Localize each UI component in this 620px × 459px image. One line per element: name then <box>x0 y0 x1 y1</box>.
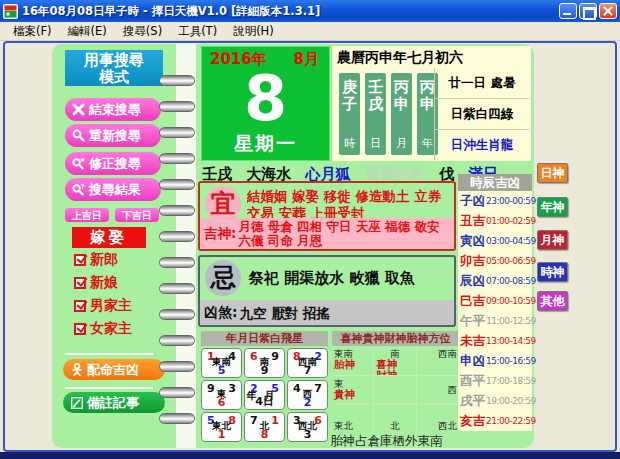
day-gods-button[interactable]: 日神 <box>537 163 568 183</box>
close-icon <box>72 103 85 116</box>
year-gods-button[interactable]: 年神 <box>537 197 568 217</box>
dir-cell-s: 南 喜神 財神 歲煞 <box>374 348 416 376</box>
hour-row-chou[interactable]: 丑吉 01:00-02:59 <box>458 211 532 231</box>
menu-bar: 檔案(F) 編輯(E) 搜尋(S) 工具(T) 說明(H) <box>0 22 620 41</box>
day-star: 3 <box>288 428 327 441</box>
pillar-day-ganzhi: 壬戌 <box>367 79 384 113</box>
pillar-month: 丙申 月 <box>391 73 412 155</box>
hour-row-yin[interactable]: 寅凶 03:00-04:59 <box>458 231 532 251</box>
checkbox-groom[interactable]: 新郎 <box>74 251 118 269</box>
checkbox-bride[interactable]: 新娘 <box>74 274 118 292</box>
spiral-ring <box>159 101 195 112</box>
hour-row-hai[interactable]: 亥吉 21:00-22:59 <box>458 411 532 431</box>
hour-row-you[interactable]: 酉平 17:00-18:59 <box>458 371 532 391</box>
hour-time: 13:00-14:59 <box>486 336 536 346</box>
spiral-ring <box>159 361 195 372</box>
menu-edit[interactable]: 編輯(E) <box>61 22 114 41</box>
evil-gods-list: 九空 厭對 招搖 <box>240 306 330 320</box>
day-star: 日紫白四綠 <box>435 99 529 130</box>
hour-row-xu[interactable]: 戌平 19:00-20:59 <box>458 391 532 411</box>
checkbox-bride-label: 新娘 <box>90 274 118 292</box>
menu-file[interactable]: 檔案(F) <box>6 22 59 41</box>
hour-row-zi[interactable]: 子凶 23:00-00:59 <box>458 191 532 211</box>
flying-star-header: 年月日紫白飛星 <box>201 331 328 346</box>
spiral-ring <box>159 309 195 320</box>
end-search-button[interactable]: 結束搜尋 <box>65 98 161 121</box>
yi-badge: 宜 <box>205 186 241 222</box>
dir-cell-nw: 西北 <box>417 404 459 432</box>
month-label: 8月 <box>294 50 319 69</box>
prev-lucky-day-button[interactable]: 上吉日 <box>65 208 109 222</box>
spiral-ring <box>159 413 195 424</box>
search-results-button[interactable]: ? 搜尋結果 <box>65 178 161 201</box>
god-name: 貴神 <box>334 389 371 400</box>
auspicious-box: 宜 結婚姻 嫁娶 移徙 修造動土 立券交易 安葬 上冊受封 吉神: 月德 母倉 … <box>198 181 456 251</box>
hour-label: 午平 <box>458 313 486 330</box>
pencil-icon <box>71 397 83 409</box>
maximize-button[interactable] <box>579 3 597 19</box>
hour-time: 09:00-10:59 <box>486 296 536 306</box>
other-gods-button[interactable]: 其他 <box>537 291 568 311</box>
hour-row-wu[interactable]: 午平 11:00-12:59 <box>458 311 532 331</box>
main-page: 2016年 8月 8 星期一 農曆丙申年七月初六 庚子 時 壬戌 日 丙申 月 … <box>196 44 534 448</box>
day-star: 1 <box>202 428 241 441</box>
svg-text:?: ? <box>81 183 85 190</box>
god-name: 胎神 <box>334 359 371 370</box>
hour-time: 19:00-20:59 <box>486 396 536 406</box>
flying-star-cell-s: 6 9 南 9 <box>244 348 285 378</box>
checkbox-icon <box>74 300 86 312</box>
spiral-ring <box>159 387 195 398</box>
spiral-ring <box>159 257 195 268</box>
hour-time: 17:00-18:59 <box>486 376 536 386</box>
hour-label: 申凶 <box>458 353 486 370</box>
dir-cell-ne: 東北 <box>332 404 374 432</box>
day-info-column: 廿一日 處暑 日紫白四綠 日沖生肖龍 <box>434 68 529 160</box>
hour-row-mao[interactable]: 卯吉 05:00-06:59 <box>458 251 532 271</box>
hour-time: 15:00-16:59 <box>486 356 536 366</box>
pillar-day: 壬戌 日 <box>365 73 386 155</box>
hour-row-wei[interactable]: 未吉 13:00-14:59 <box>458 331 532 351</box>
checkbox-groom-label: 新郎 <box>90 251 118 269</box>
flying-star-cell-sw: 8 2 西南 7 <box>287 348 328 378</box>
direction-label: 北 <box>376 421 413 431</box>
adjust-search-button[interactable]: 修正搜尋 <box>65 152 161 175</box>
spiral-binding <box>159 0 195 459</box>
close-button[interactable] <box>599 3 617 19</box>
flying-star-cell-nw: 3 6 西北 3 <box>287 412 328 442</box>
checkbox-icon <box>74 323 86 335</box>
dir-cell-center <box>374 376 416 404</box>
new-search-button[interactable]: 重新搜尋 <box>65 124 161 147</box>
flying-star-grid: 1 4 東南 5 6 9 南 9 8 2 西南 7 9 3 東 6 2 5 年月… <box>201 348 328 442</box>
dir-cell-n: 北 <box>374 404 416 432</box>
next-lucky-day-button[interactable]: 下吉日 <box>115 208 159 222</box>
menu-help[interactable]: 說明(H) <box>226 22 281 41</box>
minimize-button[interactable] <box>559 3 577 19</box>
hour-label: 卯吉 <box>458 253 486 270</box>
direction-label: 西北 <box>419 421 457 431</box>
pillar-month-ganzhi: 丙申 <box>393 79 410 113</box>
checkbox-bride-father[interactable]: 女家主 <box>74 320 132 338</box>
hour-label: 戌平 <box>458 393 486 410</box>
flying-star-cell-center: 2 5 年月 4日 <box>244 380 285 410</box>
day-star: 6 <box>202 396 241 409</box>
day-clash: 日沖生肖龍 <box>435 130 529 160</box>
evil-gods-label: 凶煞: <box>200 304 240 322</box>
checkbox-groom-father[interactable]: 男家主 <box>74 297 132 315</box>
notes-button[interactable]: 備註記事 <box>63 392 165 413</box>
lunar-panel: 農曆丙申年七月初六 庚子 時 壬戌 日 丙申 月 丙申 年 廿一日 處暑 日紫白… <box>332 46 531 161</box>
spiral-ring <box>159 153 195 164</box>
fate-check-button[interactable]: 配命吉凶 <box>63 359 165 380</box>
hour-row-si[interactable]: 巳吉 09:00-10:59 <box>458 291 532 311</box>
hour-time: 05:00-06:59 <box>486 256 536 266</box>
hour-time: 21:00-22:59 <box>486 416 536 426</box>
spiral-ring <box>159 127 195 138</box>
hour-row-chen[interactable]: 辰凶 07:00-08:59 <box>458 271 532 291</box>
spiral-ring <box>159 179 195 190</box>
hour-gods-button[interactable]: 時神 <box>537 262 568 282</box>
hour-label: 未吉 <box>458 333 486 350</box>
search-mode-title: 用事搜尋模式 <box>81 52 147 86</box>
hour-row-shen[interactable]: 申凶 15:00-16:59 <box>458 351 532 371</box>
day-star: 7 <box>288 364 327 377</box>
month-gods-button[interactable]: 月神 <box>537 230 568 250</box>
search-adjust-icon <box>72 157 85 170</box>
